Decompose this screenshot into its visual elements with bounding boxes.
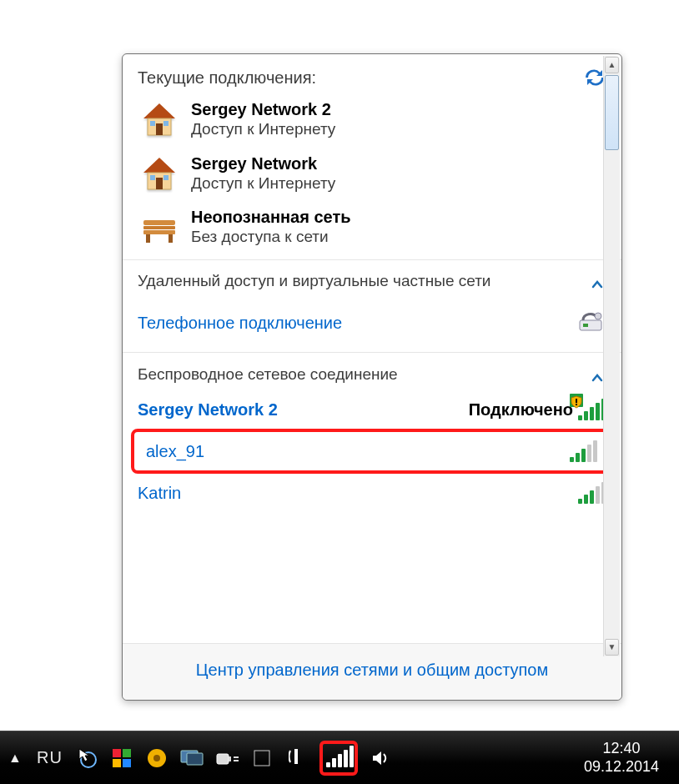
svg-rect-3: [150, 121, 155, 126]
scrollbar[interactable]: ▲ ▼: [603, 56, 620, 656]
taskbar-clock[interactable]: 12:40 09.12.2014: [576, 740, 667, 776]
clock-time: 12:40: [576, 740, 667, 758]
yellow-app-tray-icon[interactable]: [144, 746, 169, 771]
wifi-network-item[interactable]: alex_91: [141, 437, 603, 465]
svg-rect-10: [143, 220, 175, 225]
current-connections-section: Текущие подключения:: [123, 54, 621, 260]
dialup-item[interactable]: Телефонное подключение: [123, 297, 621, 353]
scroll-thumb[interactable]: [605, 75, 619, 150]
clock-date: 09.12.2014: [576, 758, 667, 776]
svg-rect-18: [576, 399, 577, 403]
current-connections-title: Текущие подключения:: [138, 68, 316, 88]
svg-rect-24: [123, 759, 131, 767]
svg-rect-15: [580, 320, 601, 330]
scroll-up-button[interactable]: ▲: [605, 57, 619, 73]
vpn-group-label: Удаленный доступ и виртуальные частные с…: [138, 272, 490, 290]
connection-name: Sergey Network 2: [191, 99, 605, 119]
display-tray-icon[interactable]: [179, 746, 204, 771]
svg-rect-4: [163, 121, 168, 126]
connection-name: Неопознанная сеть: [191, 207, 605, 227]
svg-rect-11: [143, 226, 175, 229]
selected-wifi-highlight: alex_91: [131, 429, 613, 474]
svg-rect-23: [113, 759, 121, 767]
svg-rect-30: [229, 756, 231, 761]
cursor-tray-icon[interactable]: [74, 746, 99, 771]
svg-rect-7: [156, 178, 163, 189]
signal-strength-icon: [578, 482, 606, 504]
wifi-ssid: alex_91: [146, 442, 570, 461]
scroll-down-button[interactable]: ▼: [605, 639, 619, 656]
dialup-link[interactable]: Телефонное подключение: [138, 314, 342, 333]
svg-rect-32: [294, 749, 298, 764]
svg-rect-28: [187, 753, 203, 765]
svg-rect-9: [163, 175, 168, 180]
network-center-link-row: Центр управления сетями и общим доступом: [123, 643, 621, 700]
wifi-ssid: Katrin: [138, 484, 578, 503]
warning-shield-icon: [570, 394, 583, 407]
network-center-link[interactable]: Центр управления сетями и общим доступом: [196, 661, 549, 679]
svg-rect-19: [576, 404, 577, 405]
svg-rect-8: [150, 175, 155, 180]
volume-tray-icon[interactable]: [368, 746, 393, 771]
modem-icon: [578, 309, 606, 337]
bench-network-icon: [139, 208, 179, 248]
blank-tray-icon[interactable]: [249, 746, 274, 771]
connection-item[interactable]: Неопознанная сеть Без доступа к сети: [138, 202, 606, 256]
security-tray-icon[interactable]: [109, 746, 134, 771]
svg-rect-17: [583, 324, 588, 327]
wifi-group-label: Беспроводное сетевое соединение: [138, 365, 398, 384]
connection-status: Без доступа к сети: [191, 227, 605, 248]
network-flyout: Текущие подключения:: [122, 53, 622, 701]
svg-rect-29: [217, 754, 229, 764]
wifi-status: Подключено: [469, 400, 573, 420]
svg-point-16: [595, 313, 601, 319]
taskbar: ▲ RU: [0, 731, 679, 784]
svg-point-26: [153, 755, 160, 761]
wifi-network-item[interactable]: Katrin: [123, 474, 621, 512]
svg-rect-22: [123, 749, 131, 757]
wifi-ssid: Sergey Network 2: [138, 400, 469, 420]
connection-name: Sergey Network: [191, 153, 605, 173]
wifi-network-item[interactable]: Sergey Network 2 Подключено: [123, 390, 621, 429]
language-indicator[interactable]: RU: [37, 748, 63, 767]
svg-rect-2: [156, 123, 163, 135]
connection-status: Доступ к Интернету: [191, 173, 605, 194]
svg-rect-12: [143, 230, 175, 234]
tray-network-highlight: [319, 741, 358, 776]
vpn-group-header[interactable]: Удаленный доступ и виртуальные частные с…: [123, 260, 621, 297]
connection-status: Доступ к Интернету: [191, 119, 605, 140]
wifi-group-header[interactable]: Беспроводное сетевое соединение: [123, 353, 621, 390]
svg-rect-14: [168, 234, 173, 243]
svg-rect-13: [146, 234, 150, 243]
svg-rect-21: [113, 749, 121, 757]
action-center-tray-icon[interactable]: [284, 746, 309, 771]
svg-rect-31: [254, 751, 269, 766]
home-network-icon: [139, 153, 179, 193]
signal-strength-icon: [570, 440, 598, 462]
power-tray-icon[interactable]: [214, 746, 239, 771]
show-hidden-icons-button[interactable]: ▲: [7, 751, 23, 766]
svg-marker-5: [143, 158, 175, 173]
svg-marker-0: [143, 103, 175, 118]
home-network-icon: [139, 99, 179, 139]
system-tray: [74, 741, 566, 776]
connection-item[interactable]: Sergey Network 2 Доступ к Интернету: [138, 94, 606, 148]
connection-item[interactable]: Sergey Network Доступ к Интернету: [138, 148, 606, 203]
network-tray-icon[interactable]: [326, 746, 351, 771]
signal-strength-icon: [578, 399, 606, 420]
